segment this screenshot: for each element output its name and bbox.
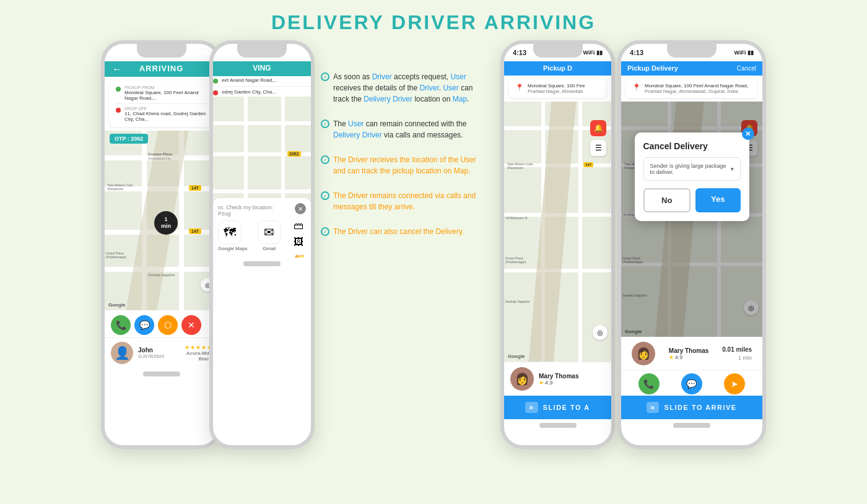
map-vehicle-pin: 1min xyxy=(154,211,178,235)
modal-no-button[interactable]: No xyxy=(643,188,691,212)
close-share[interactable]: ✕ xyxy=(295,203,306,214)
driver-card-3: 👩 Mary Thomas ★ 4.9 xyxy=(504,362,611,396)
map-label-3a: Tata Motors CarsShowroom xyxy=(507,162,533,170)
google-maps-app[interactable]: 🗺 Google Maps xyxy=(218,220,248,251)
map-with-modal-4: Tata Motors CarsShowroom Off Billionaire… xyxy=(621,102,762,337)
map-label-3c: Octant Plaza(Prahladnagar) xyxy=(505,256,526,264)
call-btn-4[interactable]: 📞 xyxy=(638,373,660,394)
status-time-3: 4:13 xyxy=(513,49,526,56)
main-content: 3:18 ▲ WiFi ▮▮ ← ARRIVING PICKUP FROM Mo… xyxy=(0,40,867,449)
min-text-4: 1 min xyxy=(722,354,752,362)
pickup-address-2: eet Anand Nagar Road,... xyxy=(222,77,277,83)
share-button[interactable]: ⬡ xyxy=(158,315,178,335)
map-label: Sankalp Sapphire xyxy=(148,273,175,277)
cancel-modal-overlay: ✕ Cancel Delivery Sender is giving large… xyxy=(621,102,762,337)
status-time-2: 3:18 xyxy=(222,49,235,56)
home-indicator-4 xyxy=(673,423,710,428)
address-line2-4: Prahlad Nagar, Ahmedabad, Gujarat, India xyxy=(645,89,748,94)
status-icons-4: WiFi ▮▮ xyxy=(734,50,754,56)
action-icons: 📞 💬 ⬡ ✕ xyxy=(111,315,201,335)
road xyxy=(213,121,311,125)
slide-to-arrive-4[interactable]: » SLIDE TO ARRIVE xyxy=(621,396,762,419)
phone-driver-pickup: 4:13 WiFi ▮▮ Pickup D 📍 Mondeal Square, … xyxy=(500,40,615,449)
modal-close-button[interactable]: ✕ xyxy=(742,128,754,140)
pickup-header-3: Pickup D xyxy=(504,61,611,76)
slide-to-arrive-3[interactable]: » SLIDE TO A xyxy=(504,396,611,419)
cancel-button-1[interactable]: ✕ xyxy=(181,315,201,335)
file-icon-3[interactable]: 📁 xyxy=(294,253,306,258)
home-indicator-2 xyxy=(243,261,281,266)
dropdown-text: Sender is giving large package to delive… xyxy=(650,163,731,175)
address-line-3: Mondeal Square, 100 Fee xyxy=(528,83,585,89)
nav-btn-4[interactable]: ➤ xyxy=(724,373,745,394)
header-cancel-label[interactable]: Cancel xyxy=(737,65,756,72)
pickup-address-3: 📍 Mondeal Square, 100 Fee Prahlad Nagar,… xyxy=(509,79,606,98)
back-button[interactable]: ← xyxy=(112,64,123,75)
star-row-1: ★ ★ ★ ★ ★ xyxy=(185,344,212,350)
info-section: ✓ As soon as Driver accepts request, Use… xyxy=(315,59,494,250)
gmail-app[interactable]: ✉ Gmail xyxy=(258,220,281,251)
miles-text-4: 0.01 miles xyxy=(722,345,752,354)
file-icon-1[interactable]: 🗃 xyxy=(294,220,306,232)
info-text-2: The User can remain connected with the D… xyxy=(333,118,488,141)
driver-name-4: Mary Thomas xyxy=(669,347,708,354)
info-block-2: ✓ The User can remain connected with the… xyxy=(321,118,488,141)
driver-info-3: Mary Thomas ★ 4.9 xyxy=(539,373,605,386)
home-indicator-1 xyxy=(143,371,180,376)
pickup-header-title-3: Pickup D xyxy=(543,64,572,72)
modal-yes-button[interactable]: Yes xyxy=(695,188,741,212)
file-icon-2[interactable]: 🖼 xyxy=(294,237,306,248)
map-bg-1: 1min 147 147 OTP : 2062 Google ◎ Crowne … xyxy=(105,131,218,310)
info-text-3: The Driver receives the location of the … xyxy=(333,154,488,176)
call-button[interactable]: 📞 xyxy=(111,315,131,335)
slide-arrows-4: » xyxy=(647,402,659,413)
map-area-1: 1min 147 147 OTP : 2062 Google ◎ Crowne … xyxy=(105,131,218,310)
location-btn-3[interactable]: ◎ xyxy=(593,325,608,340)
arriving-header-2: VING xyxy=(213,61,311,76)
app-icons: 🗺 Google Maps ✉ Gmail xyxy=(218,220,306,251)
cancel-modal: ✕ Cancel Delivery Sender is giving large… xyxy=(635,133,749,221)
status-icons-1: ▲ WiFi ▮▮ xyxy=(183,50,209,56)
modal-dropdown[interactable]: Sender is giving large package to delive… xyxy=(643,157,741,181)
action-bar-1: 📞 💬 ⬡ ✕ xyxy=(105,310,218,337)
message-button[interactable]: 💬 xyxy=(134,315,154,335)
road-number-badge: 147 xyxy=(189,228,201,234)
address-box: PICKUP FROM Mondeal Square, 100 Feet Ana… xyxy=(110,80,213,127)
driver-avatar-3: 👩 xyxy=(510,367,534,391)
address-box-2: eet Anand Nagar Road,... odrej Garden Ci… xyxy=(213,76,311,97)
driver-avatar-4: 👩 xyxy=(632,342,655,365)
driver-avatar-1: 👤 xyxy=(111,342,133,364)
driver-rating-4: ★ 4.9 xyxy=(669,354,708,360)
road-badge-3: 147 xyxy=(583,162,593,167)
google-logo-3: Google xyxy=(508,354,525,359)
driver-id-1: GJ67B3920 xyxy=(138,354,180,359)
pickup-address: Mondeal Square, 100 Feet Anand Nagar Roa… xyxy=(124,90,207,101)
pickup-address-4: 📍 Mondeal Square, 100 Feet Anand Nagar R… xyxy=(626,79,757,98)
pickup-header-4: Pickup Delivery Cancel xyxy=(621,61,762,76)
map-label: Octant Plaza(Prahladnagar) xyxy=(106,251,126,259)
map-pin-icon-4: 📍 xyxy=(632,84,641,92)
phone-notch-4 xyxy=(667,44,717,58)
bottom-action-row-4: 👩 Mary Thomas ★ 4.9 0.01 miles 1 min xyxy=(621,337,762,370)
driver-car-1: ★ ★ ★ ★ ★ Acura-Mdx Black xyxy=(185,344,212,362)
contact-icons-row: 📞 💬 ➤ xyxy=(621,370,762,396)
check-icon-5: ✓ xyxy=(321,227,329,236)
google-logo-1: Google xyxy=(108,302,126,308)
info-block-4: ✓ The Driver remains connected via calls… xyxy=(321,190,488,212)
address-line1-4: Mondeal Square, 100 Feet Anand Nagar Roa… xyxy=(645,83,748,89)
otp-badge: OTP : 2062 xyxy=(110,134,148,144)
info-text-5: The Driver can also cancel the Delivery. xyxy=(333,226,488,237)
check-icon-4: ✓ xyxy=(321,191,329,200)
car-color-1: Black xyxy=(185,356,212,362)
info-text-1: As soon as Driver accepts request, User … xyxy=(333,71,488,105)
map-area-3: 🔔 ☰ Tata Motors CarsShowroom Off Billion… xyxy=(504,102,611,362)
share-title: ro. Check my location:Pzug xyxy=(218,204,306,217)
map-label: Ahmedabad City xyxy=(148,157,171,160)
list-icon: ☰ xyxy=(590,140,606,156)
road-number-badge: 147 xyxy=(189,185,201,191)
status-time-1: 3:18 xyxy=(113,49,127,56)
check-icon-1: ✓ xyxy=(321,72,329,81)
slide-arrows-3: » xyxy=(525,402,538,413)
driver-rating-3: ★ 4.9 xyxy=(539,380,605,386)
msg-btn-4[interactable]: 💬 xyxy=(681,373,702,394)
